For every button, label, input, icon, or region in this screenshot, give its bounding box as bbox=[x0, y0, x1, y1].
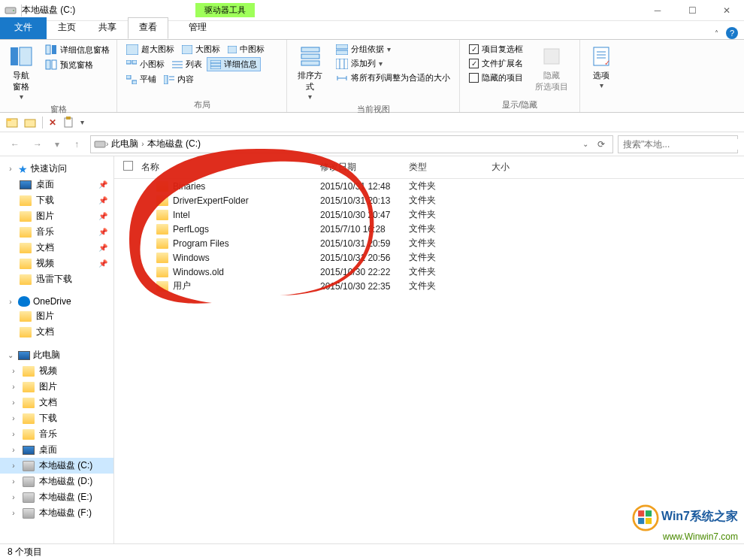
small-icons[interactable]: 小图标 bbox=[123, 57, 168, 71]
group-by-button[interactable]: 分组依据 ▾ bbox=[333, 43, 453, 56]
options-button[interactable]: ✓ 选项▾ bbox=[586, 43, 616, 91]
tab-share[interactable]: 共享 bbox=[87, 17, 128, 39]
table-row[interactable]: 用户2015/10/30 22:35文件夹 bbox=[114, 279, 744, 293]
navigation-pane[interactable]: ›★快速访问 桌面📌 下载📌 图片📌 音乐📌 文档📌 视频📌 迅雷下载 ›One… bbox=[0, 156, 114, 549]
nav-od-pictures[interactable]: 图片 bbox=[0, 308, 113, 324]
desktop-icon bbox=[20, 180, 32, 189]
delete-icon[interactable]: ✕ bbox=[49, 117, 56, 128]
new-folder-icon[interactable] bbox=[24, 117, 36, 129]
search-box[interactable]: 🔍 bbox=[618, 135, 738, 153]
forward-button[interactable]: → bbox=[29, 135, 47, 153]
recent-locations-button[interactable]: ▾ bbox=[51, 135, 63, 153]
tab-file[interactable]: 文件 bbox=[0, 17, 47, 39]
file-list[interactable]: 名称 修改日期 类型 大小 Binaries2015/10/31 12:48文件… bbox=[114, 156, 744, 549]
table-row[interactable]: Windows.old2015/10/30 22:22文件夹 bbox=[114, 265, 744, 279]
column-type[interactable]: 类型 bbox=[409, 161, 491, 174]
nav-this-pc-pictures[interactable]: ›图片 bbox=[0, 379, 113, 395]
address-bar-row: ← → ▾ ↑ › 此电脑 › 本地磁盘 (C:) ⌄ ⟳ 🔍 bbox=[0, 132, 744, 156]
quick-access-header[interactable]: ›★快速访问 bbox=[0, 161, 113, 177]
nav-this-pc-documents[interactable]: ›文档 bbox=[0, 395, 113, 410]
nav-drive-d[interactable]: ›本地磁盘 (D:) bbox=[0, 474, 113, 489]
close-button[interactable]: ✕ bbox=[709, 0, 744, 21]
preview-pane-button[interactable]: 预览窗格 bbox=[42, 58, 113, 71]
nav-pane-button[interactable]: 导航窗格 ▾ bbox=[6, 43, 36, 102]
table-row[interactable]: Windows2015/10/31 20:56文件夹 bbox=[114, 250, 744, 265]
nav-drive-c[interactable]: ›本地磁盘 (C:) bbox=[0, 458, 113, 474]
tab-view[interactable]: 查看 bbox=[128, 17, 168, 39]
hide-selected-button[interactable]: 隐藏 所选项目 bbox=[532, 43, 571, 94]
nav-desktop[interactable]: 桌面📌 bbox=[0, 177, 113, 192]
star-icon: ★ bbox=[18, 163, 28, 175]
tab-manage[interactable]: 管理 bbox=[177, 17, 218, 39]
address-dropdown-icon[interactable]: ⌄ bbox=[578, 140, 593, 148]
desktop-icon bbox=[23, 446, 35, 455]
item-checkboxes-toggle[interactable]: 项目复选框 bbox=[466, 43, 526, 56]
svg-rect-42 bbox=[638, 510, 644, 516]
select-all-checkbox[interactable] bbox=[123, 161, 133, 171]
nav-music[interactable]: 音乐📌 bbox=[0, 224, 113, 240]
column-date[interactable]: 修改日期 bbox=[320, 161, 409, 174]
refresh-icon[interactable]: ⟳ bbox=[593, 139, 609, 150]
size-columns-button[interactable]: 将所有列调整为合适的大小 bbox=[333, 71, 453, 84]
breadcrumb-this-pc[interactable]: 此电脑 bbox=[108, 138, 141, 150]
nav-videos[interactable]: 视频📌 bbox=[0, 256, 113, 271]
details-pane-button[interactable]: 详细信息窗格 bbox=[42, 43, 113, 56]
nav-documents[interactable]: 文档📌 bbox=[0, 240, 113, 256]
table-row[interactable]: Program Files2015/10/31 20:59文件夹 bbox=[114, 236, 744, 250]
table-row[interactable]: Intel2015/10/30 20:47文件夹 bbox=[114, 207, 744, 222]
folder-icon bbox=[23, 382, 35, 392]
column-name[interactable]: 名称 bbox=[141, 161, 320, 174]
nav-this-pc-videos[interactable]: ›视频 bbox=[0, 363, 113, 379]
address-bar[interactable]: › 此电脑 › 本地磁盘 (C:) ⌄ ⟳ bbox=[90, 135, 613, 153]
onedrive-header[interactable]: ›OneDrive bbox=[0, 295, 113, 308]
nav-drive-e[interactable]: ›本地磁盘 (E:) bbox=[0, 489, 113, 505]
current-view-group-label: 当前视图 bbox=[293, 102, 453, 117]
folder-icon bbox=[23, 429, 35, 440]
help-icon[interactable]: ? bbox=[726, 27, 738, 39]
hidden-items-toggle[interactable]: 隐藏的项目 bbox=[466, 71, 526, 84]
list-view[interactable]: 列表 bbox=[169, 57, 205, 71]
nav-downloads[interactable]: 下载📌 bbox=[0, 192, 113, 208]
nav-od-documents[interactable]: 文档 bbox=[0, 324, 113, 340]
large-icons[interactable]: 大图标 bbox=[179, 43, 223, 56]
breadcrumb-current[interactable]: 本地磁盘 (C:) bbox=[144, 138, 204, 150]
file-type: 文件夹 bbox=[409, 180, 491, 192]
extra-large-icons[interactable]: 超大图标 bbox=[123, 43, 177, 56]
content-view[interactable]: 内容 bbox=[161, 73, 197, 86]
qat-expand-icon[interactable]: ▾ bbox=[80, 118, 84, 126]
nav-this-pc-music[interactable]: ›音乐 bbox=[0, 426, 113, 442]
table-row[interactable]: DriverExpertFolder2015/10/31 20:13文件夹 bbox=[114, 193, 744, 207]
sort-by-button[interactable]: 排序方式▾ bbox=[293, 43, 327, 102]
pin-icon: 📌 bbox=[98, 212, 107, 220]
paste-icon[interactable] bbox=[62, 117, 74, 129]
column-size[interactable]: 大小 bbox=[491, 161, 567, 174]
back-button[interactable]: ← bbox=[6, 135, 24, 153]
tab-home[interactable]: 主页 bbox=[47, 17, 87, 39]
collapse-ribbon-icon[interactable]: ˄ bbox=[715, 29, 718, 38]
this-pc-header[interactable]: ⌄此电脑 bbox=[0, 347, 113, 363]
nav-pictures[interactable]: 图片📌 bbox=[0, 208, 113, 224]
nav-this-pc-desktop[interactable]: ›桌面 bbox=[0, 442, 113, 458]
search-input[interactable] bbox=[618, 139, 740, 150]
nav-this-pc-downloads[interactable]: ›下载 bbox=[0, 410, 113, 426]
explorer-icon bbox=[6, 117, 18, 129]
svg-rect-24 bbox=[301, 47, 319, 52]
file-name: 用户 bbox=[173, 280, 191, 292]
search-icon[interactable]: 🔍 bbox=[740, 139, 744, 150]
folder-icon bbox=[20, 195, 32, 206]
svg-rect-32 bbox=[544, 49, 559, 64]
folder-icon bbox=[156, 267, 168, 277]
file-extensions-toggle[interactable]: 文件扩展名 bbox=[466, 57, 526, 70]
up-button[interactable]: ↑ bbox=[68, 135, 86, 153]
details-view[interactable]: 详细信息 bbox=[207, 57, 261, 71]
medium-icons[interactable]: 中图标 bbox=[225, 43, 268, 56]
maximize-button[interactable]: ☐ bbox=[675, 0, 709, 21]
folder-icon bbox=[156, 281, 168, 292]
tiles-view[interactable]: 平铺 bbox=[123, 73, 159, 86]
add-columns-button[interactable]: 添加列 ▾ bbox=[333, 57, 453, 70]
nav-drive-f[interactable]: ›本地磁盘 (F:) bbox=[0, 505, 113, 521]
table-row[interactable]: Binaries2015/10/31 12:48文件夹 bbox=[114, 179, 744, 193]
table-row[interactable]: PerfLogs2015/7/10 16:28文件夹 bbox=[114, 222, 744, 236]
minimize-button[interactable]: ─ bbox=[640, 0, 675, 21]
nav-xunlei[interactable]: 迅雷下载 bbox=[0, 271, 113, 287]
